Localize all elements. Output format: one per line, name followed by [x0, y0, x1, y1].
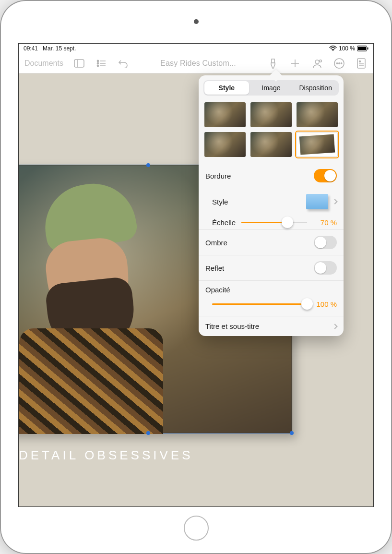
battery-icon [357, 46, 368, 51]
reflet-toggle[interactable] [314, 261, 337, 275]
echelle-value: 70 % [312, 218, 337, 227]
toolbar: Documents Easy Rides Custom... [19, 53, 373, 73]
svg-point-8 [97, 62, 98, 64]
opacite-row: Opacité 100 % [199, 280, 344, 316]
status-left: 09:41 Mar. 15 sept. [24, 45, 76, 52]
svg-rect-20 [357, 59, 365, 68]
status-date: Mar. 15 sept. [43, 45, 76, 52]
bordure-row: Bordure [199, 163, 344, 188]
screen: 09:41 Mar. 15 sept. 100 % Documents [18, 43, 374, 507]
svg-point-21 [359, 60, 361, 62]
svg-rect-4 [74, 60, 84, 67]
bordure-label: Bordure [205, 172, 231, 180]
resize-handle[interactable] [146, 163, 150, 167]
resize-handle[interactable] [290, 431, 294, 435]
status-time: 09:41 [24, 45, 38, 52]
titre-row[interactable]: Titre et sous-titre [199, 316, 344, 336]
border-style-label: Style [212, 198, 228, 206]
ipad-frame: 09:41 Mar. 15 sept. 100 % Documents [0, 0, 392, 554]
opacite-label: Opacité [205, 286, 337, 294]
document-title[interactable]: Easy Rides Custom... [160, 59, 236, 68]
ombre-label: Ombre [205, 239, 227, 247]
svg-point-15 [320, 60, 321, 61]
svg-point-14 [315, 60, 319, 64]
format-popover: Style Image Disposition Bordure Style [199, 75, 344, 336]
tab-disposition[interactable]: Disposition [293, 81, 338, 95]
reflet-label: Reflet [205, 264, 224, 272]
svg-point-6 [97, 60, 98, 61]
documents-back-button[interactable]: Documents [24, 59, 63, 68]
svg-point-10 [97, 65, 98, 66]
svg-rect-3 [368, 48, 368, 50]
svg-point-0 [333, 50, 333, 51]
style-preset-selected[interactable] [297, 132, 338, 157]
chevron-right-icon [332, 324, 337, 329]
outline-icon[interactable] [95, 57, 107, 70]
svg-point-17 [336, 62, 337, 63]
insert-plus-icon[interactable] [289, 57, 301, 70]
page-thumbnails-icon[interactable] [355, 57, 368, 70]
battery-percent: 100 % [339, 45, 355, 52]
undo-icon[interactable] [117, 57, 130, 70]
svg-rect-2 [358, 47, 366, 50]
style-preset[interactable] [250, 132, 292, 157]
collaborate-icon[interactable] [311, 57, 323, 70]
style-preset[interactable] [297, 102, 338, 127]
reflet-row: Reflet [199, 255, 344, 280]
status-bar: 09:41 Mar. 15 sept. 100 % [19, 44, 373, 53]
wifi-icon [329, 46, 337, 51]
tab-image[interactable]: Image [249, 81, 294, 95]
opacite-value: 100 % [312, 300, 337, 308]
format-tabs: Style Image Disposition [203, 80, 339, 96]
tab-style[interactable]: Style [204, 81, 249, 95]
svg-point-19 [341, 62, 342, 63]
titre-label: Titre et sous-titre [205, 322, 259, 330]
svg-point-18 [339, 62, 340, 63]
more-icon[interactable] [333, 57, 345, 70]
home-button[interactable] [184, 516, 209, 541]
style-preset[interactable] [204, 132, 246, 157]
style-presets [199, 99, 344, 163]
resize-handle[interactable] [146, 431, 150, 435]
sidebar-toggle-icon[interactable] [73, 57, 85, 70]
style-preset[interactable] [204, 102, 246, 127]
status-right: 100 % [329, 45, 368, 52]
border-style-swatch [306, 194, 328, 209]
bordure-toggle[interactable] [314, 169, 337, 182]
style-preset[interactable] [250, 102, 292, 127]
front-camera [194, 19, 199, 24]
style-row[interactable]: Style [199, 188, 344, 215]
ombre-row: Ombre [199, 229, 344, 255]
echelle-row: Échelle 70 % [199, 215, 344, 229]
page-caption: DETAIL OBSESSIVES [19, 448, 193, 463]
opacite-slider[interactable] [212, 299, 307, 309]
ombre-toggle[interactable] [314, 236, 337, 249]
format-brush-icon[interactable] [267, 57, 279, 70]
chevron-right-icon [332, 199, 337, 204]
echelle-slider[interactable] [241, 217, 307, 228]
echelle-label: Échelle [212, 218, 236, 227]
